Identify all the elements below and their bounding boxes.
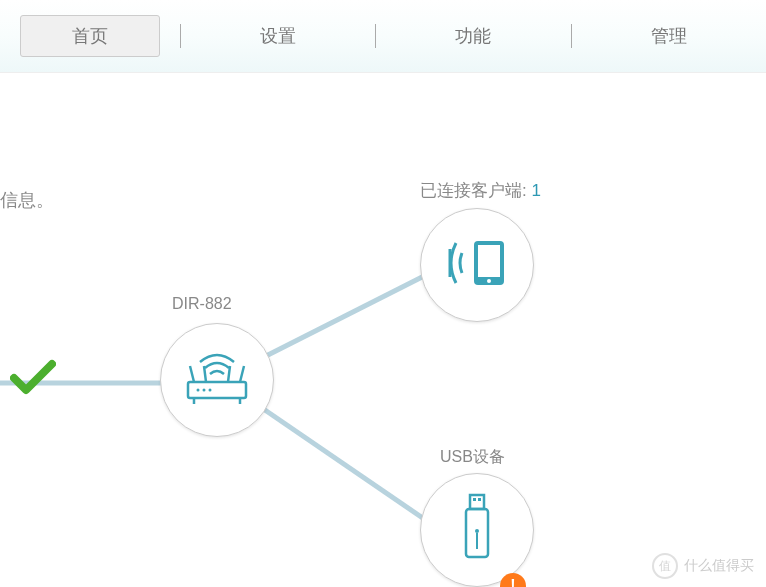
watermark-badge: 值 xyxy=(652,553,678,579)
clients-count: 1 xyxy=(531,181,540,200)
wireless-client-icon xyxy=(444,237,510,293)
usb-label: USB设备 xyxy=(440,447,505,468)
connector-lines xyxy=(0,73,766,587)
nav-home[interactable]: 首页 xyxy=(20,15,160,57)
router-node[interactable] xyxy=(160,323,274,437)
watermark-text: 什么值得买 xyxy=(684,557,754,575)
svg-point-12 xyxy=(209,389,212,392)
page-title-fragment xyxy=(0,123,31,172)
main-content: 信息。 DIR-882 已连接客户端 xyxy=(0,73,766,573)
info-text-fragment: 信息。 xyxy=(0,188,54,212)
svg-line-7 xyxy=(240,366,244,382)
svg-rect-17 xyxy=(473,498,476,501)
alert-icon: ! xyxy=(500,573,526,587)
svg-rect-14 xyxy=(478,245,500,277)
svg-point-10 xyxy=(197,389,200,392)
top-nav: 首页 设置 功能 管理 xyxy=(0,0,766,73)
svg-point-11 xyxy=(203,389,206,392)
clients-node[interactable] xyxy=(420,208,534,322)
checkmark-icon xyxy=(10,356,56,406)
watermark: 值 什么值得买 xyxy=(652,553,754,579)
svg-point-21 xyxy=(475,529,479,533)
svg-rect-16 xyxy=(470,495,484,509)
nav-management[interactable]: 管理 xyxy=(572,16,766,56)
nav-settings[interactable]: 设置 xyxy=(181,16,375,56)
nav-features[interactable]: 功能 xyxy=(376,16,570,56)
usb-drive-icon xyxy=(462,493,492,567)
svg-line-2 xyxy=(262,408,430,523)
svg-line-4 xyxy=(190,366,194,382)
router-label: DIR-882 xyxy=(172,295,232,313)
svg-point-15 xyxy=(487,279,491,283)
svg-rect-18 xyxy=(478,498,481,501)
usb-node[interactable] xyxy=(420,473,534,587)
clients-label-text: 已连接客户端: xyxy=(420,181,531,200)
router-icon xyxy=(180,348,254,412)
clients-label: 已连接客户端: 1 xyxy=(420,179,541,202)
svg-line-1 xyxy=(262,273,430,358)
